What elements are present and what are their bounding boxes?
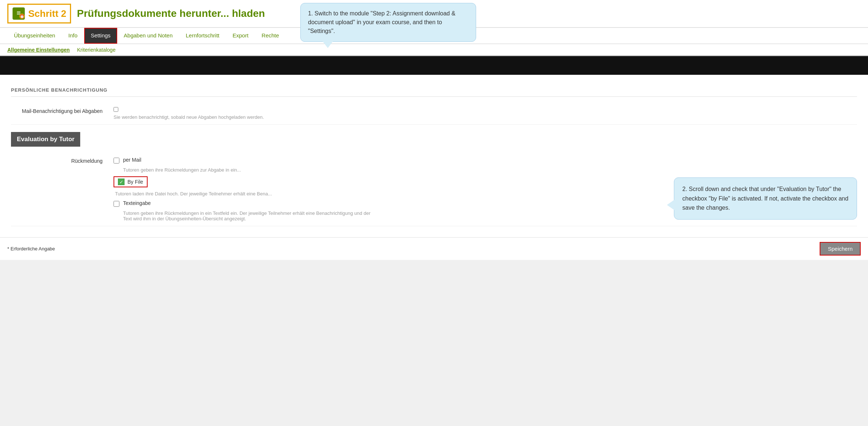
svg-text:⏰: ⏰ [20, 14, 25, 19]
black-bar [0, 56, 868, 75]
page-title: Prüfungsdokumente herunter... hladen [77, 8, 265, 19]
tooltip-1: 1. Switch to the module "Step 2: Assignm… [300, 3, 476, 42]
per-mail-hint: Tutoren geben ihre Rückmeldungen zur Abg… [123, 167, 857, 173]
sub-nav: Allgemeine Einstellungen Kriterienkatalo… [0, 44, 868, 56]
logo-box: ≡ ⏰ Schritt 2 [7, 4, 71, 23]
tab-ubungseinheiten[interactable]: Übungseinheiten [7, 28, 62, 44]
by-file-box: ✓ By File [114, 176, 148, 187]
by-file-checked-icon: ✓ [118, 179, 125, 185]
mail-checkbox[interactable] [114, 107, 118, 112]
mail-notification-row: Mail-Benachrichtigung bei Abgaben Sie we… [11, 103, 857, 125]
per-mail-row: per Mail [114, 157, 857, 164]
per-mail-checkbox[interactable] [114, 158, 119, 164]
page-header: ≡ ⏰ Schritt 2 Prüfungsdokumente herunter… [0, 0, 868, 28]
mail-hint: Sie werden benachrichtigt, sobald neue A… [114, 114, 857, 120]
mail-label: Mail-Benachrichtigung bei Abgaben [11, 107, 114, 114]
required-hint: * Erforderliche Angabe [7, 246, 55, 251]
tab-export[interactable]: Export [226, 28, 255, 44]
subnav-allgemeine[interactable]: Allgemeine Einstellungen [7, 47, 70, 53]
tab-info[interactable]: Info [62, 28, 84, 44]
save-button[interactable]: Speichern [820, 242, 861, 256]
tab-abgaben[interactable]: Abgaben und Noten [117, 28, 179, 44]
tab-rechte[interactable]: Rechte [255, 28, 286, 44]
texteingabe-label: Texteingabe [123, 200, 151, 206]
main-content: PERSÖNLICHE BENACHRICHTIGUNG Mail-Benach… [0, 75, 868, 237]
rueckmeldung-label: Rückmeldung [11, 157, 114, 164]
step-icon: ≡ ⏰ [12, 7, 25, 20]
step-label: Schritt 2 [28, 8, 66, 19]
by-file-label: By File [127, 179, 143, 185]
section-heading-personal: PERSÖNLICHE BENACHRICHTIGUNG [11, 82, 857, 97]
tooltip-2: 2. Scroll down and check that under "Eva… [674, 177, 857, 220]
eval-heading: Evaluation by Tutor [11, 132, 80, 147]
eval-heading-wrapper: Evaluation by Tutor [11, 125, 857, 153]
tab-settings[interactable]: Settings [84, 28, 117, 44]
subnav-kriterien[interactable]: Kriterienkataloge [77, 47, 115, 53]
tab-lernfortschritt[interactable]: Lernfortschritt [179, 28, 226, 44]
per-mail-label: per Mail [123, 157, 141, 163]
texteingabe-hint: Tutoren geben ihre Rückmeldungen in ein … [123, 210, 379, 221]
mail-content: Sie werden benachrichtigt, sobald neue A… [114, 107, 857, 120]
footer: * Erforderliche Angabe Speichern [0, 237, 868, 260]
texteingabe-checkbox[interactable] [114, 201, 119, 207]
